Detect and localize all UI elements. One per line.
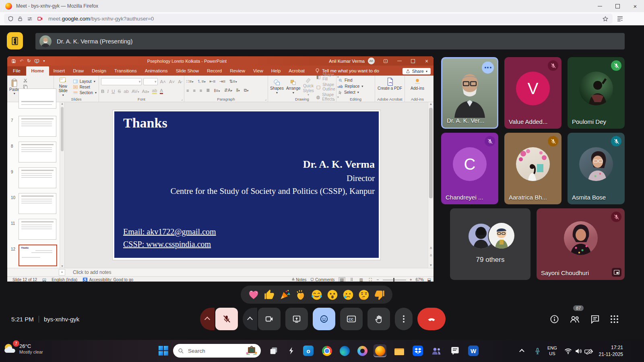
- taskbar-app-edge[interactable]: [338, 344, 351, 357]
- status-slide-number[interactable]: Slide 12 of 12: [12, 278, 37, 282]
- mic-toggle-button[interactable]: [215, 308, 238, 330]
- taskbar-app-dropbox[interactable]: [411, 344, 424, 357]
- permissions-icon[interactable]: [27, 16, 33, 22]
- thumbnail-slide-9[interactable]: [19, 167, 56, 188]
- meeting-details-icon[interactable]: [550, 315, 559, 324]
- ppt-account-name[interactable]: Anil Kumar Verma: [329, 59, 365, 64]
- tray-mic-icon[interactable]: [535, 340, 541, 362]
- thumbnail-slide-12-selected[interactable]: Thanks: [19, 245, 57, 266]
- align-right-icon[interactable]: ≡: [200, 88, 202, 93]
- taskbar-weather-widget[interactable]: 7 26°C Mostly clear: [3, 342, 43, 355]
- meet-home-button[interactable]: [7, 32, 23, 49]
- replace-button[interactable]: ab̲Replace▾: [339, 84, 373, 88]
- notes-splitter-handle[interactable]: ▾: [59, 269, 65, 276]
- tab-acrobat[interactable]: Acrobat: [285, 66, 309, 76]
- url-text[interactable]: meet.google.com/bys-xnhv-gyk?authuser=0: [48, 16, 154, 22]
- taskbar-app-explorer[interactable]: [393, 344, 406, 357]
- taskbar-app-teams[interactable]: [430, 344, 443, 357]
- thumbnail-slide-8[interactable]: [19, 142, 56, 162]
- tray-wifi-icon[interactable]: [564, 340, 572, 362]
- taskbar-app-chrome[interactable]: [320, 344, 333, 357]
- tab-help[interactable]: Help: [267, 66, 285, 76]
- reactions-button[interactable]: [313, 308, 335, 330]
- tab-file[interactable]: File: [7, 66, 26, 76]
- tile-asmita-bose[interactable]: Asmita Bose: [568, 133, 625, 204]
- tab-design[interactable]: Design: [88, 66, 110, 76]
- tray-overflow-chevron[interactable]: [520, 340, 524, 362]
- end-call-button[interactable]: [417, 308, 446, 330]
- tile-aaratrica[interactable]: Aaratrica Bh...: [504, 133, 561, 204]
- more-options-button[interactable]: [395, 308, 413, 330]
- tab-view[interactable]: View: [249, 66, 267, 76]
- presenter-banner[interactable]: Dr. A. K. Verma (Presenting): [35, 33, 625, 49]
- align-left-icon[interactable]: ≡: [186, 88, 189, 93]
- zoom-slider[interactable]: [383, 280, 406, 280]
- find-button[interactable]: Find: [339, 78, 373, 82]
- shrink-font-icon[interactable]: A˅: [168, 79, 175, 84]
- mic-options-chevron[interactable]: [200, 308, 215, 330]
- normal-view-icon[interactable]: ▤: [339, 277, 345, 282]
- taskbar-app-lightning[interactable]: [285, 344, 298, 357]
- reset-button[interactable]: Reset: [73, 85, 97, 89]
- tab-insert[interactable]: Insert: [49, 66, 69, 76]
- shape-fill-button[interactable]: ◧Shape Fill▾: [316, 72, 339, 81]
- window-close-button[interactable]: ×: [626, 0, 644, 12]
- camera-toggle-button[interactable]: [258, 308, 281, 330]
- tile-poulomi-dey[interactable]: Poulomi Dey: [568, 57, 625, 129]
- tile-sayoni[interactable]: Sayoni Choudhuri: [537, 208, 625, 280]
- thumbnail-scrollbar[interactable]: ▲▼: [60, 102, 64, 268]
- bold-button[interactable]: B: [101, 89, 104, 94]
- thinking-reaction-icon[interactable]: [358, 289, 369, 300]
- ppt-account-avatar[interactable]: AK: [368, 58, 375, 64]
- slide-area-scrollbar[interactable]: ▲ ≜ ≙ ▼: [428, 102, 433, 268]
- tray-volume-icon[interactable]: [575, 340, 582, 362]
- laugh-reaction-icon[interactable]: [311, 289, 322, 300]
- char-spacing-button[interactable]: AV▾: [132, 89, 139, 94]
- tab-animations[interactable]: Animations: [141, 66, 172, 76]
- start-button[interactable]: [157, 344, 170, 357]
- align-text-icon[interactable]: ⫴▾: [236, 88, 240, 93]
- status-language[interactable]: English (India): [52, 278, 77, 282]
- ppt-restore-button[interactable]: [406, 56, 420, 66]
- window-maximize-button[interactable]: [609, 0, 626, 12]
- align-center-icon[interactable]: ≡: [193, 88, 195, 93]
- new-slide-button[interactable]: New Slide▾: [56, 77, 70, 97]
- ppt-notes-bar[interactable]: ▾ Click to add notes: [7, 268, 433, 276]
- tile-more-options-icon[interactable]: [482, 62, 494, 74]
- section-button[interactable]: Section▾: [73, 90, 97, 95]
- zoom-level[interactable]: 67%: [416, 278, 424, 282]
- redo-icon[interactable]: ↻: [27, 58, 31, 64]
- task-view-button[interactable]: [267, 344, 280, 357]
- thumbs-down-reaction-icon[interactable]: [374, 289, 385, 300]
- fit-slide-icon[interactable]: ⬓: [427, 278, 431, 282]
- italic-button[interactable]: I: [107, 89, 109, 94]
- start-slideshow-icon[interactable]: [34, 59, 39, 64]
- increase-indent-icon[interactable]: ⇥≡: [219, 79, 226, 84]
- columns-icon[interactable]: ‖≡▾: [214, 88, 220, 93]
- paste-button[interactable]: Paste▾: [9, 78, 20, 96]
- tab-review[interactable]: Review: [226, 66, 249, 76]
- shapes-button[interactable]: Shapes▾: [270, 79, 284, 95]
- spellcheck-icon[interactable]: 🕮: [42, 278, 46, 282]
- sidebar-toggle-icon[interactable]: [617, 15, 623, 22]
- taskbar-search[interactable]: Search: [173, 344, 261, 358]
- tab-record[interactable]: Record: [203, 66, 226, 76]
- font-name-select[interactable]: ▾: [101, 78, 142, 85]
- status-notes-toggle[interactable]: ≜ Notes: [291, 278, 306, 282]
- reading-view-icon[interactable]: ▥: [358, 278, 364, 282]
- paragraph-dialog-launcher[interactable]: ⌟: [265, 97, 266, 101]
- drawing-dialog-launcher[interactable]: ⌟: [333, 97, 335, 101]
- quick-styles-button[interactable]: Quick Styles▾: [303, 77, 314, 97]
- shape-outline-button[interactable]: ▢Shape Outline▾: [316, 82, 339, 91]
- present-button[interactable]: [285, 308, 308, 330]
- lock-icon[interactable]: [17, 16, 23, 22]
- clap-reaction-icon[interactable]: [295, 289, 306, 300]
- camera-options-chevron[interactable]: [243, 308, 257, 330]
- undo-icon[interactable]: ↶: [20, 58, 23, 64]
- tray-language-switcher[interactable]: ENGUS: [547, 340, 557, 362]
- chat-icon[interactable]: [590, 315, 600, 324]
- change-case-button[interactable]: Aa▾: [142, 89, 149, 94]
- taskbar-app-copilot[interactable]: [356, 344, 369, 357]
- arrange-button[interactable]: Arrange▾: [286, 79, 301, 95]
- add-ins-button[interactable]: Add-ins: [407, 77, 428, 91]
